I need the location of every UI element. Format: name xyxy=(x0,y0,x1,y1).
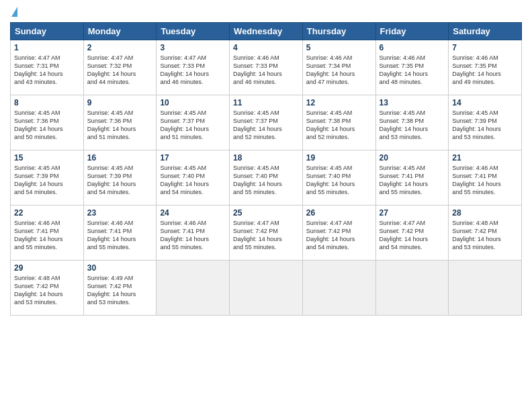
day-cell-13: 13Sunrise: 4:45 AM Sunset: 7:38 PM Dayli… xyxy=(375,95,449,150)
day-info: Sunrise: 4:46 AM Sunset: 7:35 PM Dayligh… xyxy=(452,54,518,87)
day-number: 7 xyxy=(452,43,518,52)
day-info: Sunrise: 4:48 AM Sunset: 7:42 PM Dayligh… xyxy=(452,219,518,252)
day-number: 15 xyxy=(14,153,80,163)
day-number: 20 xyxy=(380,153,445,163)
day-cell-27: 27Sunrise: 4:47 AM Sunset: 7:42 PM Dayli… xyxy=(375,205,449,261)
day-info: Sunrise: 4:47 AM Sunset: 7:42 PM Dayligh… xyxy=(233,219,299,252)
day-cell-17: 17Sunrise: 4:45 AM Sunset: 7:40 PM Dayli… xyxy=(157,150,230,205)
day-number: 23 xyxy=(87,208,153,218)
day-info: Sunrise: 4:45 AM Sunset: 7:40 PM Dayligh… xyxy=(306,164,372,197)
day-number: 14 xyxy=(452,98,518,107)
day-cell-5: 5Sunrise: 4:46 AM Sunset: 7:34 PM Daylig… xyxy=(302,40,375,95)
day-info: Sunrise: 4:45 AM Sunset: 7:41 PM Dayligh… xyxy=(380,164,445,197)
day-cell-24: 24Sunrise: 4:46 AM Sunset: 7:41 PM Dayli… xyxy=(157,205,230,261)
calendar: SundayMondayTuesdayWednesdayThursdayFrid… xyxy=(10,22,522,316)
day-number: 22 xyxy=(14,208,80,218)
weekday-thursday: Thursday xyxy=(302,23,375,40)
day-cell-29: 29Sunrise: 4:48 AM Sunset: 7:42 PM Dayli… xyxy=(11,261,84,316)
day-cell-8: 8Sunrise: 4:45 AM Sunset: 7:36 PM Daylig… xyxy=(11,95,84,150)
weekday-tuesday: Tuesday xyxy=(157,23,230,40)
page: SundayMondayTuesdayWednesdayThursdayFrid… xyxy=(0,0,532,411)
day-cell-20: 20Sunrise: 4:45 AM Sunset: 7:41 PM Dayli… xyxy=(375,150,449,205)
day-info: Sunrise: 4:45 AM Sunset: 7:39 PM Dayligh… xyxy=(452,109,518,142)
day-cell-3: 3Sunrise: 4:47 AM Sunset: 7:33 PM Daylig… xyxy=(157,40,230,95)
weekday-header-row: SundayMondayTuesdayWednesdayThursdayFrid… xyxy=(11,23,522,40)
day-number: 1 xyxy=(14,43,80,52)
day-number: 19 xyxy=(306,153,372,163)
day-cell-15: 15Sunrise: 4:45 AM Sunset: 7:39 PM Dayli… xyxy=(11,150,84,205)
day-cell-2: 2Sunrise: 4:47 AM Sunset: 7:32 PM Daylig… xyxy=(83,40,157,95)
day-cell-1: 1Sunrise: 4:47 AM Sunset: 7:31 PM Daylig… xyxy=(11,40,84,95)
day-number: 16 xyxy=(87,153,153,163)
day-info: Sunrise: 4:45 AM Sunset: 7:37 PM Dayligh… xyxy=(233,109,299,142)
weekday-sunday: Sunday xyxy=(11,23,84,40)
week-row-5: 29Sunrise: 4:48 AM Sunset: 7:42 PM Dayli… xyxy=(11,261,522,316)
day-cell-26: 26Sunrise: 4:47 AM Sunset: 7:42 PM Dayli… xyxy=(302,205,375,261)
empty-cell xyxy=(157,261,230,316)
day-cell-6: 6Sunrise: 4:46 AM Sunset: 7:35 PM Daylig… xyxy=(375,40,449,95)
day-cell-18: 18Sunrise: 4:45 AM Sunset: 7:40 PM Dayli… xyxy=(230,150,303,205)
weekday-friday: Friday xyxy=(375,23,449,40)
logo xyxy=(10,7,17,17)
day-number: 30 xyxy=(87,263,153,273)
day-number: 13 xyxy=(380,98,445,107)
day-info: Sunrise: 4:47 AM Sunset: 7:33 PM Dayligh… xyxy=(160,54,226,87)
weekday-wednesday: Wednesday xyxy=(230,23,303,40)
day-number: 2 xyxy=(87,43,153,52)
day-info: Sunrise: 4:46 AM Sunset: 7:41 PM Dayligh… xyxy=(452,164,518,197)
day-info: Sunrise: 4:45 AM Sunset: 7:36 PM Dayligh… xyxy=(14,109,80,142)
day-number: 21 xyxy=(452,153,518,163)
empty-cell xyxy=(449,261,522,316)
day-cell-28: 28Sunrise: 4:48 AM Sunset: 7:42 PM Dayli… xyxy=(449,205,522,261)
day-info: Sunrise: 4:46 AM Sunset: 7:34 PM Dayligh… xyxy=(306,54,372,87)
day-cell-7: 7Sunrise: 4:46 AM Sunset: 7:35 PM Daylig… xyxy=(449,40,522,95)
day-number: 3 xyxy=(160,43,226,52)
day-info: Sunrise: 4:46 AM Sunset: 7:41 PM Dayligh… xyxy=(14,219,80,252)
day-number: 6 xyxy=(380,43,445,52)
day-info: Sunrise: 4:45 AM Sunset: 7:40 PM Dayligh… xyxy=(233,164,299,197)
day-info: Sunrise: 4:45 AM Sunset: 7:40 PM Dayligh… xyxy=(160,164,226,197)
day-cell-19: 19Sunrise: 4:45 AM Sunset: 7:40 PM Dayli… xyxy=(302,150,375,205)
weekday-saturday: Saturday xyxy=(449,23,522,40)
empty-cell xyxy=(375,261,449,316)
day-cell-14: 14Sunrise: 4:45 AM Sunset: 7:39 PM Dayli… xyxy=(449,95,522,150)
logo-triangle-icon xyxy=(11,7,17,17)
day-number: 9 xyxy=(87,98,153,107)
day-cell-30: 30Sunrise: 4:49 AM Sunset: 7:42 PM Dayli… xyxy=(83,261,157,316)
day-info: Sunrise: 4:45 AM Sunset: 7:39 PM Dayligh… xyxy=(14,164,80,197)
day-info: Sunrise: 4:45 AM Sunset: 7:39 PM Dayligh… xyxy=(87,164,153,197)
weekday-monday: Monday xyxy=(83,23,157,40)
day-number: 8 xyxy=(14,98,80,107)
day-info: Sunrise: 4:48 AM Sunset: 7:42 PM Dayligh… xyxy=(14,274,80,307)
day-number: 10 xyxy=(160,98,226,107)
day-info: Sunrise: 4:46 AM Sunset: 7:41 PM Dayligh… xyxy=(160,219,226,252)
day-number: 11 xyxy=(233,98,299,107)
day-cell-10: 10Sunrise: 4:45 AM Sunset: 7:37 PM Dayli… xyxy=(157,95,230,150)
day-number: 4 xyxy=(233,43,299,52)
header xyxy=(10,7,522,17)
week-row-2: 8Sunrise: 4:45 AM Sunset: 7:36 PM Daylig… xyxy=(11,95,522,150)
day-number: 28 xyxy=(452,208,518,218)
day-number: 12 xyxy=(306,98,372,107)
day-info: Sunrise: 4:45 AM Sunset: 7:36 PM Dayligh… xyxy=(87,109,153,142)
day-number: 17 xyxy=(160,153,226,163)
week-row-4: 22Sunrise: 4:46 AM Sunset: 7:41 PM Dayli… xyxy=(11,205,522,261)
day-cell-4: 4Sunrise: 4:46 AM Sunset: 7:33 PM Daylig… xyxy=(230,40,303,95)
day-info: Sunrise: 4:47 AM Sunset: 7:42 PM Dayligh… xyxy=(306,219,372,252)
day-info: Sunrise: 4:45 AM Sunset: 7:37 PM Dayligh… xyxy=(160,109,226,142)
day-info: Sunrise: 4:46 AM Sunset: 7:41 PM Dayligh… xyxy=(87,219,153,252)
day-number: 25 xyxy=(233,208,299,218)
day-info: Sunrise: 4:45 AM Sunset: 7:38 PM Dayligh… xyxy=(380,109,445,142)
day-info: Sunrise: 4:45 AM Sunset: 7:38 PM Dayligh… xyxy=(306,109,372,142)
day-info: Sunrise: 4:47 AM Sunset: 7:31 PM Dayligh… xyxy=(14,54,80,87)
day-number: 26 xyxy=(306,208,372,218)
day-info: Sunrise: 4:46 AM Sunset: 7:35 PM Dayligh… xyxy=(380,54,445,87)
day-info: Sunrise: 4:49 AM Sunset: 7:42 PM Dayligh… xyxy=(87,274,153,307)
day-cell-12: 12Sunrise: 4:45 AM Sunset: 7:38 PM Dayli… xyxy=(302,95,375,150)
day-cell-11: 11Sunrise: 4:45 AM Sunset: 7:37 PM Dayli… xyxy=(230,95,303,150)
week-row-1: 1Sunrise: 4:47 AM Sunset: 7:31 PM Daylig… xyxy=(11,40,522,95)
day-info: Sunrise: 4:46 AM Sunset: 7:33 PM Dayligh… xyxy=(233,54,299,87)
day-number: 5 xyxy=(306,43,372,52)
day-info: Sunrise: 4:47 AM Sunset: 7:42 PM Dayligh… xyxy=(380,219,445,252)
day-number: 18 xyxy=(233,153,299,163)
